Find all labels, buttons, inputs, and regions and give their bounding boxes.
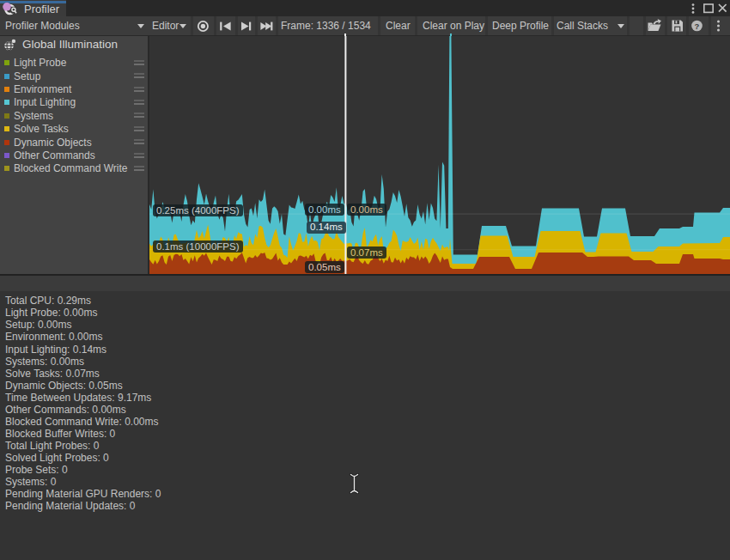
svg-text:?: ? <box>695 21 700 31</box>
